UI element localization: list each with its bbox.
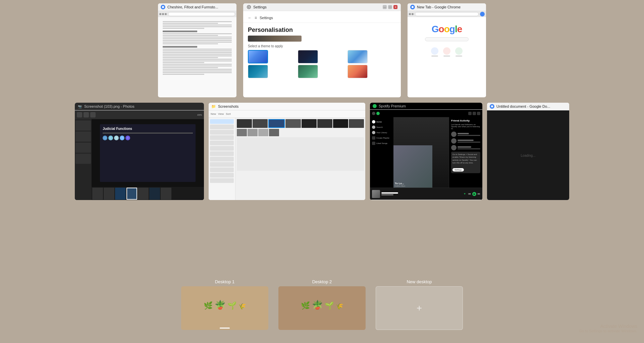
ss-small-1[interactable] — [237, 129, 247, 136]
sidebar-create-playlist[interactable]: Create Playlist — [371, 135, 392, 141]
googledoc-chrome-icon — [490, 104, 494, 109]
theme-dark[interactable] — [298, 50, 318, 63]
window-googledoc[interactable]: Untitled document - Google Do... Loading… — [487, 103, 569, 200]
desktop-1-plants: 🌿 🪴 🌱 🌾 — [204, 300, 246, 317]
np-album-art — [372, 190, 380, 198]
photos-toolbar: 49% — [75, 110, 204, 119]
settings-btn[interactable]: Settings — [452, 168, 464, 172]
settings-win-controls: — □ ✕ — [383, 5, 397, 9]
tb-view[interactable]: View — [218, 112, 224, 115]
ss-thumb-2[interactable] — [253, 119, 268, 128]
sidebar-search[interactable]: Search — [371, 125, 392, 130]
cheshire-title: Cheshire, Fifoot and Furmsto... — [167, 5, 218, 9]
activate-windows-watermark: Activate Windows Go to Settings to activ… — [579, 324, 637, 333]
desktop-1-thumb[interactable]: 🌿 🪴 🌱 🌾 — [181, 286, 268, 330]
shortcut-2[interactable] — [442, 47, 452, 57]
ss-thumb-1[interactable] — [237, 119, 252, 128]
theme-green[interactable] — [298, 65, 318, 78]
np-artist — [381, 194, 393, 195]
minimize-btn[interactable]: — — [383, 5, 387, 9]
ss-thumb-8[interactable] — [349, 119, 364, 128]
new-desktop-container: New desktop + — [376, 279, 463, 330]
desktop-section: Desktop 1 🌿 🪴 🌱 🌾 Desktop 2 🌿 — [0, 276, 644, 343]
newtab-search-bar[interactable] — [425, 37, 469, 41]
spotify-top-bar — [370, 110, 482, 117]
theme-sunset[interactable] — [347, 65, 368, 78]
shortcut-3[interactable] — [454, 47, 464, 57]
photos-filmstrip — [92, 187, 204, 200]
friend-avatar-1 — [451, 132, 457, 137]
settings-gear-icon — [247, 5, 251, 9]
tb-new[interactable]: New — [211, 112, 216, 115]
friend-avatar-2 — [451, 138, 457, 144]
ss-thumb-4[interactable] — [285, 119, 301, 128]
google-logo: Google — [432, 24, 462, 35]
screenshots-sidebar — [209, 118, 235, 200]
slide-circle-3: 3 — [114, 136, 119, 140]
maximize-btn[interactable]: □ — [388, 5, 392, 9]
window-newtab[interactable]: New Tab - Google Chrome Google — [408, 3, 486, 97]
prev-btn[interactable]: ⏮ — [468, 192, 471, 195]
sidebar-liked[interactable]: Liked Songs — [371, 141, 392, 146]
ss-small-4[interactable] — [269, 129, 279, 136]
ss-thumb-6[interactable] — [317, 119, 332, 128]
desktop-1-label: Desktop 1 — [215, 279, 235, 284]
window-spotify[interactable]: Spotify Premium — [370, 103, 482, 200]
tb-sort[interactable]: Sort — [226, 112, 231, 115]
theme-grid — [248, 50, 396, 78]
ss-small-2[interactable] — [248, 129, 258, 136]
settings-menu-icon[interactable]: ≡ — [255, 15, 257, 20]
new-desktop-label: New desktop — [407, 279, 432, 284]
activate-windows-subtitle: Go to Settings to activate Windows. — [579, 329, 637, 333]
theme-sky[interactable] — [347, 50, 368, 63]
svg-point-7 — [491, 105, 493, 107]
spotify-friend-activity: Friend Activity Let friends and follower… — [449, 117, 482, 188]
plant-d2-3: 🌱 — [325, 301, 334, 310]
googledoc-placeholder: Loading... — [521, 154, 536, 157]
shortcut-1[interactable] — [430, 47, 440, 57]
folder-icon: 📁 — [211, 104, 216, 109]
photos-sidebar — [75, 119, 92, 200]
slide-circle-2: 2 — [108, 136, 113, 140]
slide-circle-4: 4 — [120, 136, 124, 140]
theme-ocean[interactable] — [248, 65, 268, 78]
svg-point-3 — [248, 6, 250, 8]
sidebar-library[interactable]: Your Library — [371, 130, 392, 135]
chrome-icon — [161, 5, 165, 9]
add-desktop-icon[interactable]: + — [417, 303, 422, 313]
spotify-icon — [373, 104, 377, 108]
slide-circle-5: 5 — [125, 136, 130, 140]
ss-thumb-7[interactable] — [333, 119, 348, 128]
desktop-1-indicator — [220, 328, 230, 329]
photos-title: Screenshot (103).png - Photos — [84, 104, 135, 108]
spotify-now-playing: ♥ ⏮ ▶ ⏭ — [370, 188, 482, 200]
plant-d2-1: 🌿 — [301, 301, 310, 310]
screenshots-title: Screenshots — [218, 104, 238, 108]
heart-icon[interactable]: ♥ — [464, 192, 466, 195]
next-btn[interactable]: ⏭ — [478, 192, 480, 195]
friend-3 — [451, 145, 480, 150]
spotify-sidebar: Home Search Your Library Create Pla — [370, 117, 393, 188]
close-btn[interactable]: ✕ — [393, 5, 397, 9]
theme-win11[interactable] — [248, 50, 268, 63]
np-title — [381, 192, 398, 194]
sidebar-home[interactable]: Home — [371, 119, 392, 125]
window-screenshots[interactable]: 📁 Screenshots New View Sort — [209, 103, 365, 200]
slide-circle-1: 1 — [103, 136, 107, 140]
window-cheshire[interactable]: Cheshire, Fifoot and Furmsto... — [158, 3, 236, 97]
ss-small-3[interactable] — [258, 129, 268, 136]
personalisation-heading: Personalisation — [248, 27, 396, 34]
ss-thumb-5[interactable] — [302, 119, 317, 128]
settings-back-arrow[interactable]: ← — [248, 15, 252, 20]
activate-windows-title: Activate Windows — [579, 324, 637, 329]
window-settings[interactable]: Settings — □ ✕ ← ≡ Settings Personalisat… — [243, 3, 401, 97]
desktop-2-label: Desktop 2 — [312, 279, 332, 284]
svg-point-5 — [412, 6, 414, 8]
ss-thumb-3[interactable] — [268, 119, 285, 128]
desktop-2-plants: 🌿 🪴 🌱 🌾 — [301, 300, 343, 317]
play-btn[interactable]: ▶ — [472, 192, 476, 196]
desktop-2-thumb[interactable]: 🌿 🪴 🌱 🌾 — [278, 286, 366, 330]
window-photos[interactable]: 📷 Screenshot (103).png - Photos 49% — [75, 103, 204, 200]
new-desktop-thumb[interactable]: + — [376, 286, 463, 330]
newtab-shortcuts — [430, 47, 464, 57]
